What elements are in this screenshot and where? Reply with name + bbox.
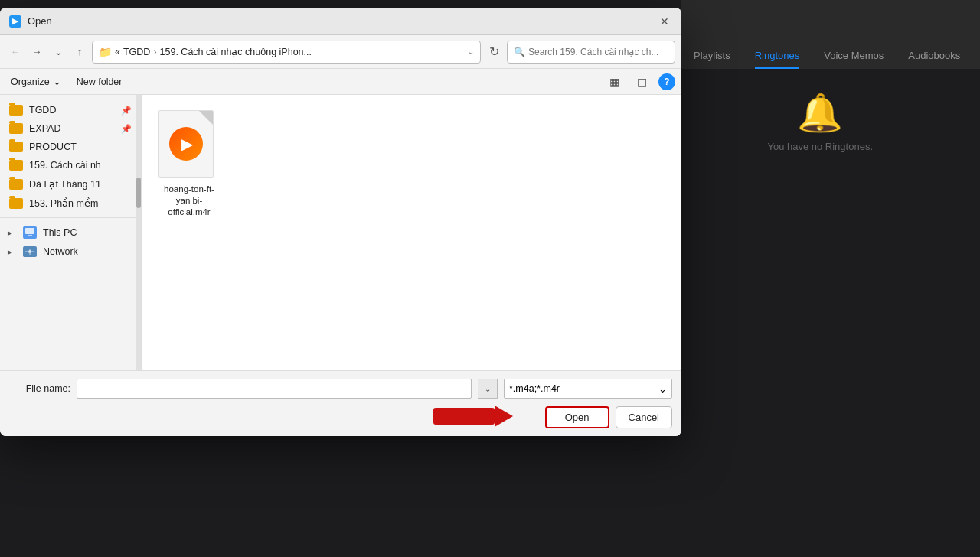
dialog-title-left: ▶ Open — [9, 15, 52, 28]
view-icon-button[interactable]: ▦ — [603, 71, 625, 93]
arrow-annotation — [433, 406, 513, 427]
folder-icon: 📁 — [99, 46, 112, 58]
folder-icon-153 — [9, 198, 23, 209]
filetype-chevron: ⌄ — [658, 383, 667, 395]
sidebar-item-this-pc[interactable]: ► This PC — [0, 223, 141, 243]
pin-icon: 📌 — [121, 106, 132, 116]
dialog-titlebar: ▶ Open ✕ — [0, 8, 681, 35]
sidebar-item-label: TGDD — [29, 105, 56, 116]
breadcrumb-part1: TGDD — [123, 47, 150, 57]
sidebar-item-expad[interactable]: EXPAD 📌 — [0, 119, 141, 138]
search-input[interactable] — [528, 47, 668, 57]
arrow-head — [495, 406, 513, 427]
filename-input[interactable] — [77, 379, 472, 399]
sidebar-item-product[interactable]: PRODUCT — [0, 138, 141, 156]
breadcrumb-prefix: « — [115, 47, 120, 57]
folder-icon-expad — [9, 123, 23, 134]
address-dropdown-arrow[interactable]: ⌄ — [468, 47, 474, 56]
filename-row: File name: ⌄ *.m4a;*.m4r ⌄ — [9, 379, 672, 399]
tab-voice-memos[interactable]: Voice Memos — [812, 41, 896, 69]
dialog-window: ▶ Open ✕ ← → ⌄ ↑ 📁 « TGDD › 159. Cách cà… — [0, 8, 681, 436]
network-icon — [23, 246, 37, 257]
itunes-tabs-area: Playlists Ringtones Voice Memos Audioboo… — [681, 0, 980, 69]
new-folder-button[interactable]: New folder — [72, 74, 127, 90]
back-button[interactable]: ← — [6, 43, 24, 61]
folder-icon-159 — [9, 160, 23, 171]
tab-playlists[interactable]: Playlists — [681, 41, 743, 69]
open-button[interactable]: Open — [545, 406, 609, 428]
breadcrumb-part2: 159. Cách cài nhạc chuông iPhon... — [160, 46, 312, 57]
sidebar-item-label: This PC — [43, 227, 77, 238]
filename-dropdown-button[interactable]: ⌄ — [478, 379, 498, 399]
pin-icon: 📌 — [121, 124, 132, 134]
dialog-title: Open — [28, 15, 52, 27]
sidebar-item-network[interactable]: ► Network — [0, 243, 141, 261]
filename-label: File name: — [9, 383, 70, 394]
sidebar-item-label: PRODUCT — [29, 142, 77, 152]
folder-icon-product — [9, 142, 23, 152]
dialog-app-icon: ▶ — [9, 15, 21, 28]
empty-state-text: You have no Ringtones. — [767, 141, 873, 152]
dialog-bottom: File name: ⌄ *.m4a;*.m4r ⌄ Open Cancel — [0, 370, 681, 436]
filetype-select[interactable]: *.m4a;*.m4r ⌄ — [504, 379, 672, 399]
sidebar-divider — [0, 217, 141, 218]
organize-chevron: ⌄ — [53, 76, 61, 87]
cancel-button[interactable]: Cancel — [616, 406, 672, 428]
svg-rect-1 — [28, 235, 32, 236]
sidebar-item-dalat[interactable]: Đà Lạt Tháng 11 — [0, 174, 141, 194]
file-name: hoang-ton-ft-yan bi-official.m4r — [157, 184, 221, 218]
dialog-main: TGDD 📌 EXPAD 📌 PRODUCT 159. Cách cài nh — [0, 95, 681, 370]
this-pc-icon — [23, 226, 37, 239]
view-panel-button[interactable]: ◫ — [631, 71, 652, 93]
expand-arrow-icon: ► — [6, 248, 17, 256]
empty-ringtones-area: 🔔 You have no Ringtones. — [767, 92, 873, 152]
search-icon: 🔍 — [514, 47, 525, 57]
filetype-label: *.m4a;*.m4r — [509, 383, 560, 394]
dialog-content: ▶ hoang-ton-ft-yan bi-official.m4r — [142, 95, 681, 370]
refresh-button[interactable]: ↻ — [484, 42, 504, 62]
address-bar[interactable]: 📁 « TGDD › 159. Cách cài nhạc chuông iPh… — [92, 41, 481, 64]
play-button-icon: ▶ — [169, 127, 203, 161]
forward-button[interactable]: → — [28, 43, 46, 61]
sidebar-item-label: 153. Phần mềm — [29, 197, 98, 209]
address-bar-row: ← → ⌄ ↑ 📁 « TGDD › 159. Cách cài nhạc ch… — [0, 35, 681, 69]
up-button[interactable]: ↑ — [70, 43, 89, 61]
file-corner — [199, 111, 213, 125]
sidebar-item-tgdd[interactable]: TGDD 📌 — [0, 101, 141, 119]
breadcrumb-sep: › — [153, 47, 156, 57]
file-doc-shape: ▶ — [158, 110, 214, 178]
file-item[interactable]: ▶ hoang-ton-ft-yan bi-official.m4r — [151, 104, 227, 224]
folder-icon-dalat — [9, 179, 23, 190]
sidebar-item-label: 159. Cách cài nh — [29, 160, 101, 171]
sidebar-item-label: Đà Lạt Tháng 11 — [29, 178, 101, 190]
svg-point-2 — [28, 250, 31, 253]
tab-audiobooks[interactable]: Audiobooks — [896, 41, 972, 69]
organize-label: Organize — [11, 77, 50, 87]
search-box[interactable]: 🔍 — [507, 41, 675, 64]
breadcrumb: « TGDD › 159. Cách cài nhạc chuông iPhon… — [115, 46, 462, 57]
sidebar-item-label: Network — [43, 246, 78, 257]
bell-icon: 🔔 — [797, 92, 843, 135]
arrow-body — [433, 408, 495, 425]
sidebar-item-153[interactable]: 153. Phần mềm — [0, 194, 141, 213]
dropdown-nav-button[interactable]: ⌄ — [49, 43, 67, 61]
dialog-buttons-row: Open Cancel — [9, 406, 672, 428]
folder-icon-tgdd — [9, 105, 23, 116]
expand-arrow-icon: ► — [6, 229, 17, 237]
organize-button[interactable]: Organize ⌄ — [6, 73, 66, 90]
sidebar-item-label: EXPAD — [29, 123, 60, 134]
sidebar-scrollbar[interactable] — [136, 95, 141, 370]
sidebar-item-159[interactable]: 159. Cách cài nh — [0, 156, 141, 174]
sidebar-scroll-thumb[interactable] — [136, 178, 141, 208]
file-thumbnail: ▶ — [158, 110, 220, 179]
dialog-sidebar: TGDD 📌 EXPAD 📌 PRODUCT 159. Cách cài nh — [0, 95, 142, 370]
tab-ringtones[interactable]: Ringtones — [743, 41, 812, 69]
svg-rect-0 — [25, 228, 34, 234]
toolbar-row: Organize ⌄ New folder ▦ ◫ ? — [0, 69, 681, 95]
close-button[interactable]: ✕ — [657, 14, 672, 29]
help-button[interactable]: ? — [658, 73, 675, 90]
open-file-dialog: ▶ Open ✕ ← → ⌄ ↑ 📁 « TGDD › 159. Cách cà… — [0, 8, 681, 436]
